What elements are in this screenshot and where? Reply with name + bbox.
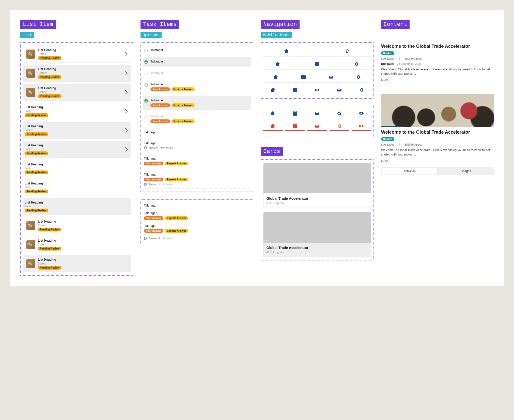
card-image xyxy=(263,163,371,193)
chevron-right-icon xyxy=(123,147,128,152)
list-item[interactable]: List Heading Subtext Pending Review xyxy=(23,198,131,215)
list-heading: List Heading xyxy=(38,258,129,261)
gear-icon xyxy=(337,124,341,128)
flat-option-row[interactable]: Talbragar Your Answer Experts Answer i A… xyxy=(143,170,251,189)
nav-settings-active[interactable] xyxy=(330,124,349,131)
nav-home-active[interactable] xyxy=(263,124,283,131)
option-row[interactable]: Talbragar Your Answer Experts Answer xyxy=(143,80,251,94)
nav-view[interactable] xyxy=(307,88,327,92)
nav-home[interactable] xyxy=(263,49,310,53)
nav-calendar[interactable] xyxy=(291,75,316,79)
radio-icon[interactable] xyxy=(144,49,148,52)
list-thumbnail xyxy=(26,88,35,97)
list-thumbnail xyxy=(26,240,35,249)
option-row[interactable]: Talbragar Your Answer Experts Answer xyxy=(143,96,251,110)
option-row-disabled: Talbragar Your Answer Experts Answer xyxy=(143,112,251,126)
chevron-right-icon xyxy=(123,90,128,95)
due-row: Due Date: 23 September 2023 xyxy=(381,62,494,65)
nav-view[interactable] xyxy=(352,111,371,116)
booked-badge: Booked xyxy=(381,51,395,55)
your-answer-badge: Your Answer xyxy=(144,162,163,165)
radio-checked-icon[interactable] xyxy=(144,60,148,64)
list-subtext: Subtext xyxy=(38,243,129,246)
nav-home[interactable] xyxy=(263,88,283,92)
nav-view-active[interactable] xyxy=(352,124,371,131)
nav-settings[interactable] xyxy=(330,111,349,116)
nav-settings[interactable] xyxy=(346,75,371,79)
list-item[interactable]: List Heading Subtext Pending Review xyxy=(23,255,131,272)
nav-home[interactable] xyxy=(263,62,292,66)
nav-mail[interactable] xyxy=(318,75,344,79)
list-item[interactable]: List Heading Subtext Pending Review xyxy=(23,65,131,82)
list-item[interactable]: List Heading Subtext Pending Review xyxy=(23,236,131,253)
option-row[interactable]: Talbragar xyxy=(143,57,251,67)
nav-calendar-active[interactable] xyxy=(285,124,305,131)
your-answer-badge: Your Answer xyxy=(144,229,163,233)
list-subtext: Subtext xyxy=(38,224,129,227)
nav-settings[interactable] xyxy=(342,62,371,66)
your-answer-badge: Your Answer xyxy=(144,178,163,181)
nav-mail-active[interactable] xyxy=(307,124,327,131)
radio-checked-icon[interactable] xyxy=(144,99,148,103)
list-item[interactable]: List Heading Subtext Pending Review xyxy=(23,122,131,139)
list-subtext: Subtext xyxy=(38,53,121,55)
more-link[interactable]: More xyxy=(381,78,494,82)
more-link[interactable]: More xyxy=(381,159,494,163)
list-item[interactable]: List Heading Subtext Pending Review xyxy=(23,217,131,234)
list-item[interactable]: List Heading Subtext Pending Review xyxy=(23,160,131,177)
list-item[interactable]: List Heading Subtext Pending Review xyxy=(23,46,131,63)
segmented-control: Activities Badges xyxy=(381,167,494,175)
list-subtext: Subtext xyxy=(25,167,129,170)
card-progress: 65% Progress xyxy=(267,251,368,254)
list-item[interactable]: List Heading Subtext Pending Review xyxy=(23,141,131,158)
seg-badges[interactable]: Badges xyxy=(438,167,494,175)
radio-icon xyxy=(144,72,148,75)
content-block: Welcome to the Global Trade Accelerator … xyxy=(381,43,494,82)
list-item[interactable]: List Heading Subtext Pending Review xyxy=(23,84,131,101)
seg-activities[interactable]: Activities xyxy=(382,168,438,175)
sub-label-list: List xyxy=(20,32,34,38)
option-title: Talbragar xyxy=(150,71,249,75)
card[interactable]: Global Trade Accelerator 65% Progress xyxy=(263,163,371,208)
list-item[interactable]: List Heading Subtext Pending Review xyxy=(23,103,131,120)
list-item[interactable]: List Heading Subtext Pending Review xyxy=(23,179,131,196)
option-title: Talbragar xyxy=(150,48,249,52)
nav-home[interactable] xyxy=(263,111,283,116)
gear-icon xyxy=(346,49,350,53)
status-badge: Pending Review xyxy=(25,209,48,212)
nav-settings[interactable] xyxy=(352,88,371,92)
list-subtext: Subtext xyxy=(25,110,121,113)
content-description: Welcome to Global Trade Accelerator. Her… xyxy=(381,67,494,76)
nav-mail[interactable] xyxy=(307,111,327,116)
experts-answer-badge: Experts Answer xyxy=(172,103,195,107)
flat-option-row[interactable]: Talbragar xyxy=(143,128,251,137)
card-progress: 65% Progress xyxy=(267,201,368,205)
nav-settings[interactable] xyxy=(325,49,371,53)
nav-calendar[interactable] xyxy=(285,111,305,116)
list-heading: List Heading xyxy=(38,67,121,71)
calendar-icon xyxy=(293,88,297,92)
flat-option-row[interactable]: Talbragar Your Answer Experts Answer xyxy=(143,154,251,168)
option-row[interactable]: Talbragar xyxy=(143,46,251,55)
nav-home[interactable] xyxy=(263,75,288,79)
flat-option-row[interactable]: Talbragar i Answer Explanation xyxy=(143,139,251,152)
home-icon xyxy=(284,49,289,53)
list-subtext: Subtext xyxy=(25,148,121,151)
status-badge: Pending Review xyxy=(25,190,48,193)
section-label-list-item: List Item xyxy=(20,20,56,29)
card-selected[interactable]: Global Trade Accelerator 65% Progress xyxy=(263,212,371,257)
radio-icon[interactable] xyxy=(144,83,148,87)
status-badge: Pending Review xyxy=(25,132,48,136)
list-heading: List Heading xyxy=(25,105,121,109)
list-thumbnail xyxy=(26,259,35,268)
info-icon: i xyxy=(144,237,147,240)
list-thumbnail xyxy=(26,221,35,230)
home-icon xyxy=(273,75,278,79)
options-container: Talbragar Talbragar Talbragar Talbragar … xyxy=(141,42,253,192)
nav-mail[interactable] xyxy=(330,88,349,92)
nav-calendar[interactable] xyxy=(285,88,305,92)
nav-calendar[interactable] xyxy=(303,62,332,66)
col-navigation: Navigation Mobile Menu xyxy=(261,20,373,276)
status-badge: Pending Review xyxy=(25,151,48,155)
card-title: Global Trade Accelerator xyxy=(267,246,368,250)
